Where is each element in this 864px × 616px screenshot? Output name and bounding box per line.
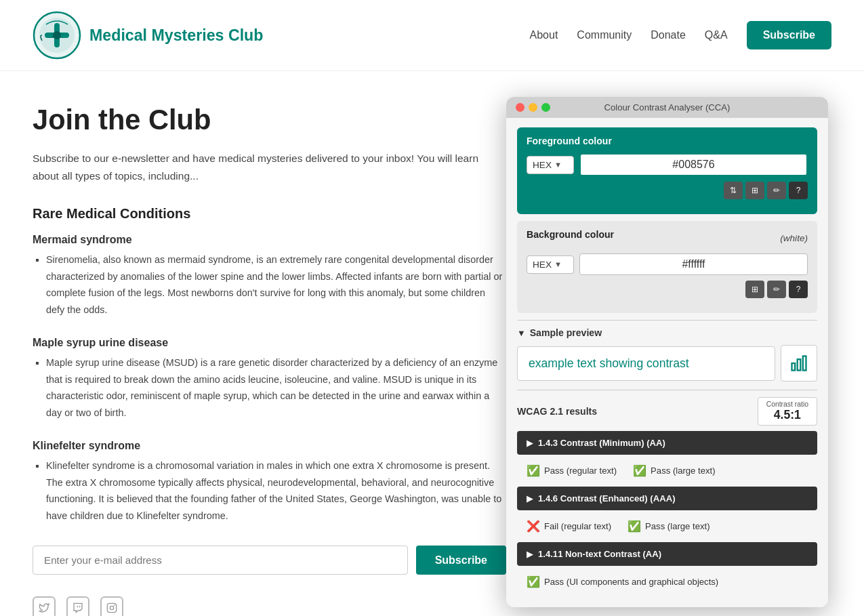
subscribe-button[interactable]: Subscribe [416, 546, 506, 575]
chevron-down-icon: ▼ [554, 161, 562, 169]
wcag-146-regular-text: Fail (regular text) [544, 521, 611, 531]
site-title: Medical Mysteries Club [89, 26, 263, 45]
svg-point-7 [114, 605, 115, 606]
triangle-icon: ▼ [517, 328, 526, 338]
bg-white-note: (white) [780, 233, 808, 243]
pass-icon: ✅ [633, 464, 646, 477]
wcag-header: WCAG 2.1 results Contrast ratio 4.5:1 [517, 397, 817, 426]
sample-preview-row: example text showing contrast [517, 345, 817, 382]
wcag-1411-results: ✅ Pass (UI components and graphical obje… [517, 570, 817, 594]
bg-eyedropper-icon[interactable]: ✏ [767, 281, 786, 298]
svg-rect-5 [107, 603, 116, 612]
bg-help-icon[interactable]: ? [789, 281, 808, 298]
sample-preview-header: ▼ Sample preview [517, 327, 817, 338]
svg-point-6 [110, 606, 113, 609]
wcag-146-large-text: Pass (large text) [645, 521, 709, 531]
condition-klinefelter-title: Klinefelter syndrome [33, 440, 506, 452]
condition-mermaid: Mermaid syndrome Sirenomelia, also known… [33, 234, 506, 318]
divider [517, 320, 817, 321]
pass-icon: ✅ [628, 520, 641, 533]
wcag-146-results: ❌ Fail (regular text) ✅ Pass (large text… [517, 514, 817, 538]
wcag-143-large-text: Pass (large text) [651, 466, 715, 476]
wcag-1411-ui: ✅ Pass (UI components and graphical obje… [527, 575, 718, 588]
fg-label: Foreground colour [527, 136, 808, 146]
pass-icon: ✅ [527, 575, 540, 588]
chevron-down-icon: ▼ [554, 260, 562, 268]
sample-text-box: example text showing contrast [517, 346, 775, 381]
condition-msud: Maple syrup urine disease Maple syrup ur… [33, 337, 506, 421]
expand-icon: ▶ [527, 438, 533, 448]
cca-body: Foreground colour HEX ▼ ⇅ ⊞ ✏ ? [506, 118, 828, 607]
nav-community[interactable]: Community [577, 29, 632, 41]
window-buttons [516, 103, 550, 112]
bg-header: Background colour (white) [527, 229, 808, 247]
nav-qa[interactable]: Q&A [705, 29, 728, 41]
instagram-icon[interactable] [100, 596, 123, 616]
conditions-section-title: Rare Medical Conditions [33, 206, 506, 222]
pass-icon: ✅ [527, 464, 540, 477]
cca-title: Colour Contrast Analyser (CCA) [604, 102, 731, 112]
condition-klinefelter: Klinefelter syndrome Klinefelter syndrom… [33, 440, 506, 524]
fg-tools: ⇅ ⊞ ✏ ? [527, 182, 808, 199]
wcag-143-results: ✅ Pass (regular text) ✅ Pass (large text… [517, 459, 817, 482]
maximize-button[interactable] [541, 103, 550, 112]
twitter-icon[interactable] [33, 596, 56, 616]
wcag-1411-header[interactable]: ▶ 1.4.11 Non-text Contrast (AA) [517, 542, 817, 566]
email-input[interactable] [33, 546, 408, 575]
wcag-143-regular-text: Pass (regular text) [544, 466, 617, 476]
expand-icon: ▶ [527, 550, 533, 559]
nav-donate[interactable]: Donate [651, 29, 686, 41]
fg-hex-input[interactable] [579, 153, 808, 176]
fg-sort-icon[interactable]: ⇅ [724, 182, 743, 199]
wcag-1411-label: 1.4.11 Non-text Contrast (AA) [538, 549, 661, 559]
sample-preview-label: Sample preview [530, 327, 602, 338]
chart-view-button[interactable] [781, 345, 817, 382]
cca-window: Colour Contrast Analyser (CCA) Foregroun… [506, 97, 828, 607]
fg-help-icon[interactable]: ? [789, 182, 808, 199]
intro-text: Subscribe to our e-newsletter and have m… [33, 150, 506, 184]
wcag-143-regular: ✅ Pass (regular text) [527, 464, 617, 477]
condition-mermaid-title: Mermaid syndrome [33, 234, 506, 246]
fail-icon: ❌ [527, 520, 540, 533]
expand-icon: ▶ [527, 494, 533, 504]
wcag-146-large: ✅ Pass (large text) [628, 520, 709, 533]
contrast-ratio-value: 4.5:1 [774, 408, 801, 422]
cca-panel: Colour Contrast Analyser (CCA) Foregroun… [506, 97, 831, 616]
bg-tools: ⊞ ✏ ? [527, 281, 808, 298]
condition-mermaid-desc: Sirenomelia, also known as mermaid syndr… [46, 251, 506, 318]
contrast-ratio-label: Contrast ratio [766, 401, 808, 408]
fg-row: HEX ▼ [527, 153, 808, 176]
divider-2 [517, 390, 817, 390]
svg-rect-10 [803, 356, 806, 371]
close-button[interactable] [516, 103, 524, 112]
bg-settings-icon[interactable]: ⊞ [745, 281, 764, 298]
bg-label: Background colour [527, 229, 614, 240]
subscribe-form: Subscribe [33, 546, 506, 575]
nav-about[interactable]: About [530, 29, 558, 41]
twitch-icon[interactable] [66, 596, 89, 616]
wcag-1411-ui-text: Pass (UI components and graphical object… [544, 577, 718, 587]
bar-chart-icon [789, 354, 808, 373]
bg-format-select[interactable]: HEX ▼ [527, 255, 574, 274]
condition-msud-title: Maple syrup urine disease [33, 337, 506, 349]
condition-klinefelter-desc: Klinefelter syndrome is a chromosomal va… [46, 457, 506, 524]
wcag-143-header[interactable]: ▶ 1.4.3 Contrast (Minimum) (AA) [517, 431, 817, 455]
nav-brand: Medical Mysteries Club [33, 11, 263, 60]
left-column: Join the Club Subscribe to our e-newslet… [33, 104, 506, 616]
fg-settings-icon[interactable]: ⊞ [745, 182, 764, 199]
nav-subscribe-button[interactable]: Subscribe [747, 21, 831, 49]
wcag-143-label: 1.4.3 Contrast (Minimum) (AA) [538, 438, 665, 448]
bg-row: HEX ▼ [527, 253, 808, 275]
wcag-146-header[interactable]: ▶ 1.4.6 Contrast (Enhanced) (AAA) [517, 487, 817, 510]
svg-point-4 [53, 31, 61, 39]
nav-links: About Community Donate Q&A Subscribe [530, 21, 831, 49]
fg-format-select[interactable]: HEX ▼ [527, 156, 574, 174]
bg-hex-input[interactable] [579, 253, 808, 275]
minimize-button[interactable] [529, 103, 537, 112]
fg-eyedropper-icon[interactable]: ✏ [767, 182, 786, 199]
wcag-title: WCAG 2.1 results [517, 406, 597, 417]
navbar: Medical Mysteries Club About Community D… [0, 0, 864, 71]
svg-rect-8 [792, 363, 796, 371]
logo-icon [33, 11, 81, 60]
wcag-146-regular: ❌ Fail (regular text) [527, 520, 611, 533]
